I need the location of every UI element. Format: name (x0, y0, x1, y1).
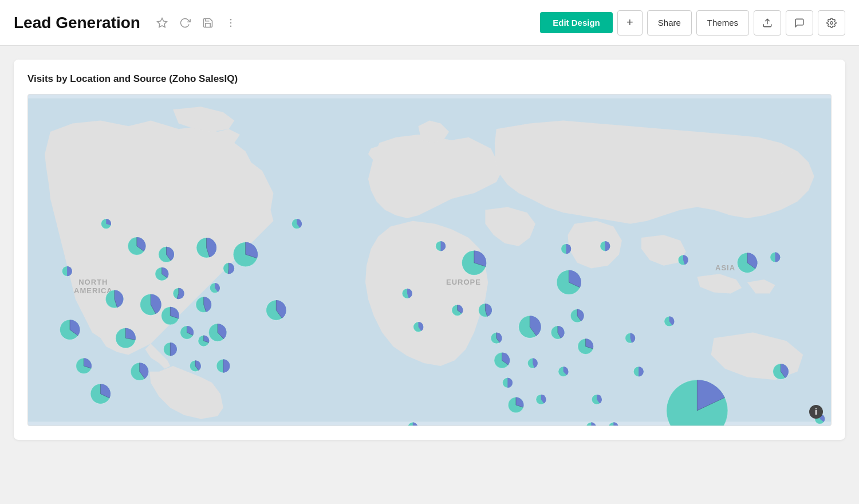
chart-title: Visits by Location and Source (Zoho Sale… (27, 73, 832, 85)
comment-icon (794, 18, 805, 28)
themes-button[interactable]: Themes (696, 10, 749, 36)
header-actions: Edit Design + Share Themes (540, 10, 845, 36)
add-button[interactable]: + (617, 10, 643, 36)
svg-point-1 (230, 18, 232, 20)
comment-button[interactable] (786, 10, 813, 36)
svg-point-3 (230, 25, 232, 27)
info-badge[interactable]: i (809, 405, 823, 419)
plus-icon: + (626, 16, 633, 29)
favorite-button[interactable] (154, 15, 170, 31)
settings-button[interactable] (818, 10, 845, 36)
main-content: Visits by Location and Source (Zoho Sale… (0, 46, 859, 454)
svg-point-5 (830, 21, 833, 24)
ocean-label-atlantic: Atlantic Ocean (274, 426, 323, 426)
page-title: Lead Generation (14, 14, 140, 32)
export-button[interactable] (754, 10, 781, 36)
more-options-button[interactable] (223, 15, 239, 31)
world-map-svg (28, 94, 831, 426)
edit-design-button[interactable]: Edit Design (540, 12, 613, 33)
map-container: NORTHAMERICA EUROPE ASIA AFRICA Atlantic… (27, 94, 832, 426)
export-icon (762, 18, 773, 28)
header-icon-group (154, 15, 239, 31)
svg-marker-0 (157, 18, 167, 27)
save-button[interactable] (200, 15, 216, 31)
share-button[interactable]: Share (647, 10, 692, 36)
settings-icon (826, 18, 837, 28)
svg-point-2 (230, 22, 232, 23)
refresh-button[interactable] (177, 15, 193, 31)
chart-card: Visits by Location and Source (Zoho Sale… (14, 60, 845, 440)
header: Lead Generation Edit Design + Share Them… (0, 0, 859, 46)
